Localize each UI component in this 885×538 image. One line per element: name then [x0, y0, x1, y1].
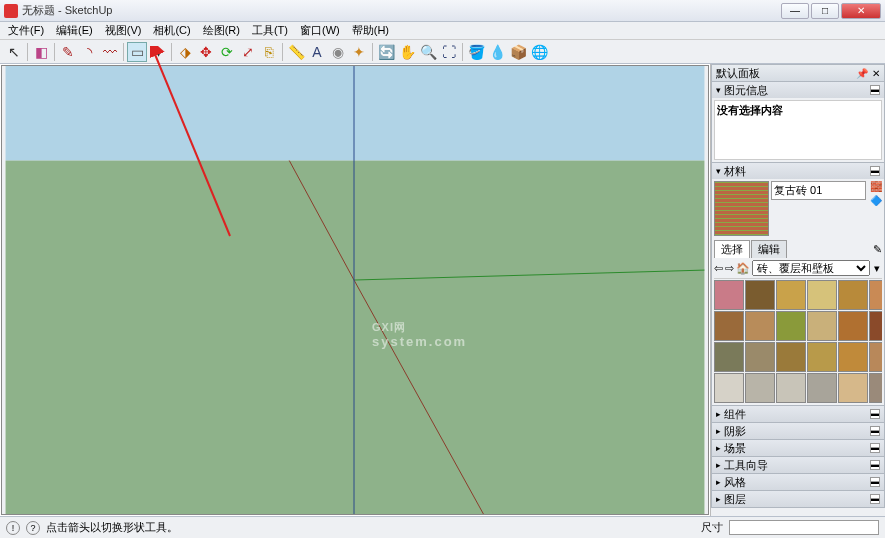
material-category-select[interactable]: 砖、覆层和壁板 — [752, 260, 870, 276]
tool-3dw[interactable]: 🌐 — [529, 42, 549, 62]
material-swatch[interactable] — [869, 280, 882, 310]
tool-move[interactable]: ✥ — [196, 42, 216, 62]
tab-edit[interactable]: 编辑 — [751, 240, 787, 258]
menu-item[interactable]: 编辑(E) — [50, 23, 99, 38]
section-entity-info: 图元信息 ▬ 没有选择内容 — [711, 81, 885, 163]
menu-item[interactable]: 窗口(W) — [294, 23, 346, 38]
material-swatch[interactable] — [869, 311, 882, 341]
tool-components[interactable]: 📦 — [508, 42, 528, 62]
app-icon — [4, 4, 18, 18]
menu-item[interactable]: 视图(V) — [99, 23, 148, 38]
material-swatch[interactable] — [807, 280, 837, 310]
tool-offset[interactable]: ⎘ — [259, 42, 279, 62]
maximize-button[interactable]: □ — [811, 3, 839, 19]
material-swatch[interactable] — [838, 280, 868, 310]
tool-rectangle[interactable]: ▭ — [127, 42, 147, 62]
material-swatch[interactable] — [714, 280, 744, 310]
collapse-icon[interactable]: ▬ — [870, 166, 880, 176]
back-icon[interactable]: ⇦ — [714, 262, 723, 275]
tool-pushpull[interactable]: ⬗ — [175, 42, 195, 62]
material-swatch[interactable] — [838, 373, 868, 403]
scene-svg — [2, 66, 708, 514]
collapse-icon[interactable]: ▬ — [870, 460, 880, 470]
forward-icon[interactable]: ⇨ — [725, 262, 734, 275]
material-swatch[interactable] — [776, 280, 806, 310]
collapse-icon[interactable]: ▬ — [870, 85, 880, 95]
minimize-button[interactable]: — — [781, 3, 809, 19]
tab-select[interactable]: 选择 — [714, 240, 750, 258]
material-name-field[interactable]: 复古砖 01 — [771, 181, 866, 200]
eyedropper-icon[interactable]: ✎ — [873, 243, 882, 256]
material-swatch[interactable] — [776, 373, 806, 403]
material-swatch[interactable] — [745, 373, 775, 403]
menu-item[interactable]: 帮助(H) — [346, 23, 395, 38]
material-swatch[interactable] — [807, 311, 837, 341]
material-swatch[interactable] — [776, 311, 806, 341]
tool-axes[interactable]: ✦ — [349, 42, 369, 62]
tool-zoom[interactable]: 🔍 — [418, 42, 438, 62]
collapse-icon[interactable]: ▬ — [870, 477, 880, 487]
panel-close-icon[interactable]: ✕ — [872, 68, 880, 79]
tool-freehand[interactable]: 〰 — [100, 42, 120, 62]
tool-eraser[interactable]: ◧ — [31, 42, 51, 62]
section-header[interactable]: 组件▬ — [712, 406, 884, 422]
status-icon-1[interactable]: ! — [6, 521, 20, 535]
material-swatch[interactable] — [807, 373, 837, 403]
details-icon[interactable]: ▾ — [872, 262, 882, 275]
tool-sample[interactable]: 💧 — [487, 42, 507, 62]
section-header[interactable]: 场景▬ — [712, 440, 884, 456]
tool-arc[interactable]: ◝ — [79, 42, 99, 62]
pin-icon[interactable]: 📌 — [856, 68, 868, 79]
viewport[interactable]: GXI网 system.com — [1, 65, 709, 515]
tool-zoomext[interactable]: ⛶ — [439, 42, 459, 62]
default-material-icon[interactable]: 🔷 — [870, 195, 882, 207]
section-header-materials[interactable]: 材料 ▬ — [712, 163, 884, 179]
section-header[interactable]: 图层▬ — [712, 491, 884, 507]
material-swatch[interactable] — [838, 342, 868, 372]
collapse-icon[interactable]: ▬ — [870, 409, 880, 419]
menu-item[interactable]: 工具(T) — [246, 23, 294, 38]
tool-rotate[interactable]: ⟳ — [217, 42, 237, 62]
collapse-icon[interactable]: ▬ — [870, 426, 880, 436]
material-swatch[interactable] — [807, 342, 837, 372]
section-header-entity[interactable]: 图元信息 ▬ — [712, 82, 884, 98]
close-button[interactable]: ✕ — [841, 3, 881, 19]
menu-item[interactable]: 绘图(R) — [197, 23, 246, 38]
material-preview[interactable] — [714, 181, 769, 236]
tool-pan[interactable]: ✋ — [397, 42, 417, 62]
collapse-icon[interactable]: ▬ — [870, 494, 880, 504]
tool-paint[interactable]: 🪣 — [466, 42, 486, 62]
dimension-label: 尺寸 — [701, 520, 723, 535]
material-swatch[interactable] — [838, 311, 868, 341]
collapse-icon[interactable]: ▬ — [870, 443, 880, 453]
dimension-input[interactable] — [729, 520, 879, 535]
tool-protractor[interactable]: ◉ — [328, 42, 348, 62]
material-swatch[interactable] — [745, 280, 775, 310]
tool-orbit[interactable]: 🔄 — [376, 42, 396, 62]
home-icon[interactable]: 🏠 — [736, 262, 750, 275]
material-swatch[interactable] — [714, 342, 744, 372]
section-header[interactable]: 工具向导▬ — [712, 457, 884, 473]
titlebar: 无标题 - SketchUp — □ ✕ — [0, 0, 885, 22]
status-icon-2[interactable]: ? — [26, 521, 40, 535]
material-swatch[interactable] — [869, 342, 882, 372]
create-material-icon[interactable]: 🧱 — [870, 181, 882, 193]
material-swatch[interactable] — [776, 342, 806, 372]
menu-item[interactable]: 文件(F) — [2, 23, 50, 38]
tool-tape[interactable]: 📏 — [286, 42, 306, 62]
material-swatch[interactable] — [714, 373, 744, 403]
tool-text[interactable]: A — [307, 42, 327, 62]
right-panel: 默认面板 📌 ✕ 图元信息 ▬ 没有选择内容 材料 ▬ — [710, 64, 885, 516]
section-header[interactable]: 风格▬ — [712, 474, 884, 490]
tool-select[interactable]: ↖ — [4, 42, 24, 62]
material-swatch[interactable] — [745, 342, 775, 372]
material-swatch[interactable] — [745, 311, 775, 341]
material-swatch[interactable] — [869, 373, 882, 403]
tool-pencil[interactable]: ✎ — [58, 42, 78, 62]
tool-scale[interactable]: ⤢ — [238, 42, 258, 62]
section-header[interactable]: 阴影▬ — [712, 423, 884, 439]
tool-dd[interactable]: ▾ — [148, 42, 168, 62]
menu-item[interactable]: 相机(C) — [147, 23, 196, 38]
window-title: 无标题 - SketchUp — [22, 3, 779, 18]
material-swatch[interactable] — [714, 311, 744, 341]
